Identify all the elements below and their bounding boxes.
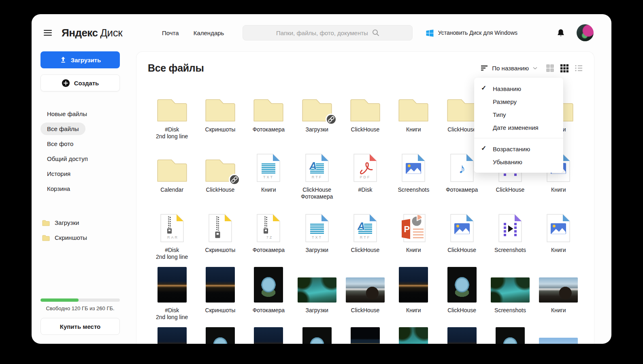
file-tile[interactable]: ClickHouse bbox=[341, 86, 389, 140]
sidebar-folder-downloads[interactable]: Загрузки bbox=[40, 217, 120, 229]
photo-thumbnail bbox=[298, 277, 336, 303]
file-label: Screenshots bbox=[398, 186, 429, 200]
user-avatar[interactable] bbox=[577, 24, 594, 41]
sidebar-item-all-photos[interactable]: Все фото bbox=[40, 138, 80, 150]
file-tile[interactable] bbox=[534, 327, 583, 344]
install-disk-label: Установить Диск для Windows bbox=[438, 30, 517, 36]
sort-dropdown-button[interactable]: По названию bbox=[481, 65, 537, 72]
file-tile[interactable]: Фотокамера bbox=[245, 267, 293, 321]
buy-storage-button[interactable]: Купить место bbox=[40, 318, 120, 335]
sidebar-item-trash[interactable]: Корзина bbox=[40, 182, 77, 195]
photo-thumbnail bbox=[496, 327, 525, 344]
file-tile[interactable]: 7Z Фотокамера bbox=[245, 207, 293, 260]
file-tile[interactable]: #Disk2nd long line bbox=[148, 267, 196, 321]
file-tile[interactable]: RAR #Disk2nd long line bbox=[148, 207, 196, 260]
file-tile[interactable]: #Disk2nd long line bbox=[148, 86, 196, 140]
file-tile[interactable]: Книги bbox=[534, 267, 583, 321]
image-file-icon bbox=[402, 154, 425, 182]
upload-button[interactable]: Загрузить bbox=[40, 51, 120, 68]
file-tile[interactable] bbox=[148, 327, 196, 344]
view-small-grid-button[interactable] bbox=[560, 64, 568, 72]
sort-option-date-modified[interactable]: ✓ Дате изменения bbox=[474, 121, 563, 134]
file-label: Книги bbox=[551, 186, 566, 200]
file-tile[interactable]: ClickHouse bbox=[196, 146, 244, 200]
sidebar-item-all-files[interactable]: Все файлы bbox=[40, 123, 85, 135]
sidebar: Загрузить Создать Новые файлы Все файлы … bbox=[40, 51, 120, 344]
file-tile[interactable]: Screenshots bbox=[486, 207, 534, 260]
hamburger-menu-icon[interactable] bbox=[44, 30, 52, 36]
file-tile[interactable]: Книги bbox=[390, 267, 438, 321]
file-tile[interactable]: A RTF ClickHouse bbox=[341, 207, 389, 260]
svg-text:♪: ♪ bbox=[458, 161, 465, 176]
file-tile[interactable]: Screenshots bbox=[486, 267, 534, 321]
file-tile[interactable]: ClickHouse bbox=[438, 267, 486, 321]
nav-mail[interactable]: Почта bbox=[162, 30, 179, 36]
folder-icon bbox=[447, 97, 477, 122]
photo-thumbnail bbox=[254, 327, 283, 344]
file-label: Фотокамера bbox=[253, 126, 285, 140]
file-tile[interactable] bbox=[196, 327, 244, 344]
file-tile[interactable]: Книги bbox=[534, 207, 583, 260]
file-tile[interactable]: TXT Загрузки bbox=[293, 207, 341, 260]
image-file-icon bbox=[450, 214, 474, 242]
file-tile[interactable]: Скриншоты bbox=[196, 267, 244, 321]
nav-calendar[interactable]: Календарь bbox=[194, 30, 224, 36]
file-tile[interactable]: Книги bbox=[390, 86, 438, 140]
folder-icon bbox=[253, 97, 284, 122]
svg-text:PDF: PDF bbox=[360, 175, 370, 179]
sidebar-nav: Новые файлы Все файлы Все фото Общий дос… bbox=[40, 108, 120, 195]
storage-progress-bar bbox=[40, 298, 120, 302]
sidebar-item-shared[interactable]: Общий доступ bbox=[40, 152, 94, 165]
rtf-file-icon: A RTF bbox=[353, 214, 377, 242]
file-tile[interactable]: Фотокамера bbox=[245, 86, 293, 140]
plus-icon bbox=[62, 79, 70, 87]
search-input[interactable]: Папки, файлы, фото, документы bbox=[243, 25, 413, 40]
install-disk-link[interactable]: Установить Диск для Windows bbox=[426, 29, 517, 37]
file-tile[interactable] bbox=[486, 327, 534, 344]
file-tile[interactable]: Скриншоты bbox=[196, 86, 244, 140]
file-label: Фотокамера bbox=[446, 186, 478, 200]
shared-link-badge-icon bbox=[228, 174, 241, 186]
file-tile[interactable]: ClickHouse bbox=[341, 267, 389, 321]
sort-order-ascending[interactable]: ✓ Возрастанию bbox=[474, 142, 563, 155]
file-tile[interactable]: P Книги bbox=[390, 207, 438, 260]
sidebar-item-new-files[interactable]: Новые файлы bbox=[40, 108, 94, 120]
sort-option-name[interactable]: ✓ Названию bbox=[474, 82, 563, 95]
file-tile[interactable]: A RTF ClickHouseФотокамера bbox=[293, 146, 341, 200]
file-icon-box bbox=[253, 86, 284, 122]
file-tile[interactable]: Скриншоты bbox=[196, 207, 244, 260]
file-tile[interactable]: Загрузки bbox=[293, 86, 341, 140]
file-tile[interactable]: TXT Книги bbox=[245, 146, 293, 200]
file-tile[interactable]: Calendar bbox=[148, 146, 196, 200]
sort-option-type[interactable]: ✓ Типу bbox=[474, 108, 563, 121]
file-tile[interactable] bbox=[438, 327, 486, 344]
file-tile[interactable] bbox=[245, 327, 293, 344]
file-tile[interactable]: Загрузки bbox=[293, 267, 341, 321]
sidebar-folder-screenshots[interactable]: Скриншоты bbox=[40, 232, 120, 243]
notifications-bell-icon[interactable] bbox=[556, 28, 565, 37]
view-list-button[interactable] bbox=[575, 65, 583, 72]
image-file-icon bbox=[547, 214, 570, 242]
file-tile[interactable]: PDF #Disk bbox=[341, 146, 389, 200]
checkmark-icon: ✓ bbox=[481, 84, 486, 92]
sidebar-folders: Загрузки Скриншоты bbox=[40, 217, 120, 243]
sort-option-size[interactable]: ✓ Размеру bbox=[474, 95, 563, 108]
file-label: Загрузки bbox=[305, 307, 328, 321]
menu-divider bbox=[474, 138, 563, 138]
sidebar-item-history[interactable]: История bbox=[40, 167, 77, 180]
sidebar-folder-label: Загрузки bbox=[55, 219, 79, 226]
file-tile[interactable]: ClickHouse bbox=[438, 207, 486, 260]
storage-widget: Свободно 120 ГБ из 260 ГБ. bbox=[40, 298, 120, 311]
txt-file-icon: TXT bbox=[257, 154, 280, 182]
yandex-disk-logo[interactable]: ЯндексДиск bbox=[62, 27, 122, 39]
file-tile[interactable] bbox=[341, 327, 389, 344]
sort-order-descending[interactable]: ✓ Убыванию bbox=[474, 155, 563, 168]
file-icon-box bbox=[447, 267, 477, 303]
video-file-icon bbox=[498, 214, 522, 242]
file-tile[interactable]: Screenshots bbox=[390, 146, 438, 200]
view-large-grid-button[interactable] bbox=[546, 64, 554, 72]
file-tile[interactable] bbox=[390, 327, 438, 344]
create-button[interactable]: Создать bbox=[40, 74, 120, 91]
file-tile[interactable] bbox=[293, 327, 341, 344]
file-label: Книги bbox=[551, 307, 566, 321]
